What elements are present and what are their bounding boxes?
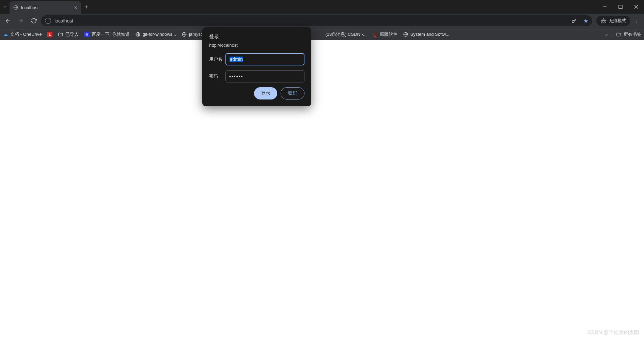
forward-button[interactable] (15, 15, 27, 27)
itellyou-icon: ∐ (372, 32, 378, 37)
bookmark-item[interactable]: git-for-windows... (135, 32, 176, 37)
globe-icon (135, 32, 141, 37)
bookmark-item[interactable]: ☁ 文档 - OneDrive (3, 31, 42, 37)
separator (612, 31, 612, 38)
all-bookmarks-button[interactable]: 所有书签 (616, 31, 641, 37)
titlebar: localhost ✕ ＋ (0, 0, 644, 14)
signin-label: 登录 (261, 90, 270, 96)
incognito-icon (600, 18, 607, 24)
url-text: localhost (54, 18, 73, 24)
all-bookmarks-label: 所有书签 (624, 31, 641, 37)
baidu-icon: 百 (84, 32, 90, 37)
toolbar: i localhost ★ 无痕模式 ⋮ (0, 14, 644, 28)
incognito-indicator[interactable]: 无痕模式 (596, 16, 630, 26)
bookmarks-overflow-button[interactable]: » (605, 32, 608, 37)
password-label: 密码 (209, 73, 225, 79)
http-auth-dialog: 登录 http://localhost 用户名 admin 密码 •••••• … (202, 27, 311, 106)
bookmark-label: 百度一下, 你就知道 (92, 31, 129, 37)
bookmark-label: 已导入 (65, 31, 79, 37)
username-input[interactable]: admin (225, 53, 304, 65)
bookmark-folder[interactable]: 已导入 (58, 31, 79, 37)
incognito-label: 无痕模式 (609, 18, 626, 24)
bookmark-item[interactable]: System and Softw... (403, 32, 450, 37)
bookmark-item[interactable]: L (47, 32, 52, 37)
cancel-label: 取消 (288, 90, 297, 96)
globe-icon (403, 32, 408, 37)
globe-icon (182, 32, 187, 37)
bookmark-label: (18条消息) CSDN -... (325, 31, 366, 37)
dialog-title: 登录 (209, 33, 304, 40)
close-window-button[interactable] (628, 0, 644, 14)
globe-icon (13, 5, 18, 10)
bookmark-label: 原版软件 (380, 31, 397, 37)
tab-title: localhost (21, 5, 38, 10)
close-tab-button[interactable]: ✕ (74, 5, 78, 10)
bookmark-item[interactable]: ∐ 原版软件 (372, 31, 397, 37)
browser-tab[interactable]: localhost ✕ (10, 1, 81, 14)
site-info-icon[interactable]: i (45, 18, 51, 24)
bookmark-item[interactable]: 百 百度一下, 你就知道 (84, 31, 129, 37)
password-input[interactable]: •••••• (225, 70, 304, 82)
bookmark-label: 文档 - OneDrive (10, 31, 42, 37)
bookmark-label: git-for-windows... (143, 32, 176, 37)
cancel-button[interactable]: 取消 (281, 87, 304, 99)
bookmarks-bar: ☁ 文档 - OneDrive L 已导入 百 百度一下, 你就知道 git-f… (0, 28, 644, 40)
back-button[interactable] (2, 15, 14, 27)
reload-button[interactable] (28, 15, 40, 27)
tab-search-button[interactable] (0, 0, 10, 14)
page-content (0, 40, 644, 339)
folder-icon (616, 32, 622, 37)
password-key-icon[interactable] (571, 18, 577, 24)
window-controls (597, 0, 644, 14)
bookmark-star-icon[interactable]: ★ (583, 18, 588, 24)
bookmark-item[interactable]: jamyson (182, 32, 205, 37)
red-l-icon: L (47, 32, 52, 37)
new-tab-button[interactable]: ＋ (81, 3, 92, 11)
minimize-button[interactable] (597, 0, 613, 14)
onedrive-icon: ☁ (3, 32, 8, 37)
dialog-origin: http://localhost (209, 43, 304, 48)
signin-button[interactable]: 登录 (254, 87, 277, 99)
username-label: 用户名 (209, 56, 225, 62)
password-value: •••••• (229, 74, 243, 79)
folder-icon (58, 32, 63, 37)
username-value: admin (230, 57, 243, 62)
watermark: CSDN @下雨天的太阳 (587, 329, 639, 336)
bookmark-label: System and Softw... (410, 32, 450, 37)
svg-rect-2 (619, 5, 622, 9)
address-bar[interactable]: i localhost ★ (41, 15, 592, 26)
chrome-menu-button[interactable]: ⋮ (632, 18, 642, 24)
maximize-button[interactable] (613, 0, 628, 14)
bookmark-item[interactable]: (18条消息) CSDN -... (325, 31, 366, 37)
